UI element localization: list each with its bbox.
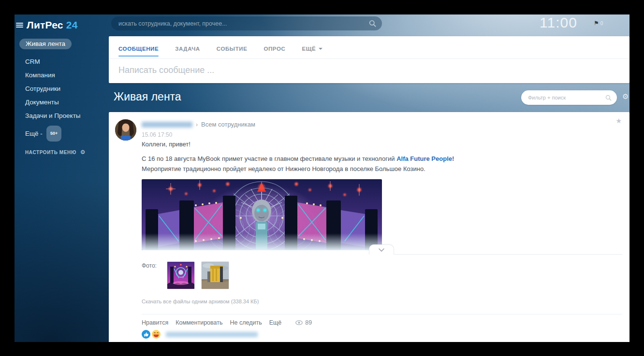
chevron-down-icon xyxy=(319,48,322,50)
photos-label: Фото: xyxy=(142,261,157,289)
composer-tabs: СООБЩЕНИЕ ЗАДАЧА СОБЫТИЕ ОПРОС ЕЩЁ xyxy=(109,36,629,59)
post-actions: Нравится Комментировать Не следить Ещё 8… xyxy=(142,319,312,326)
sidebar-more-label: Ещё - xyxy=(25,127,43,141)
composer-card: СООБЩЕНИЕ ЗАДАЧА СОБЫТИЕ ОПРОС ЕЩЁ Напис… xyxy=(109,36,629,83)
screen-frame: ЛитРес 24 Живая лента CRM Компания Сотру… xyxy=(0,0,644,356)
photo-thumbnail-building[interactable] xyxy=(201,261,229,289)
sidebar-item-live-feed[interactable]: Живая лента xyxy=(19,39,72,49)
post-body-text-before: С 16 по 18 августа MyBook примет участие… xyxy=(142,155,396,162)
sidebar-menu: CRM Компания Сотрудники Документы Задачи… xyxy=(15,55,109,142)
more-count-badge: 50+ xyxy=(46,126,61,142)
photo-attachments: Фото: xyxy=(142,261,235,289)
tab-more[interactable]: ЕЩЁ xyxy=(302,39,322,58)
global-search-input[interactable] xyxy=(111,20,369,27)
breadcrumb-arrow: › xyxy=(196,121,198,128)
collapse-post-button[interactable] xyxy=(369,244,394,255)
view-count: 89 xyxy=(305,319,312,326)
feed-filter-input[interactable] xyxy=(521,95,605,100)
sidebar-item-more[interactable]: Ещё - 50+ xyxy=(15,126,109,142)
sidebar-item-employees[interactable]: Сотрудники xyxy=(15,82,109,96)
author-name-blurred[interactable] xyxy=(142,122,192,128)
post-expander xyxy=(369,244,622,255)
divider xyxy=(394,254,622,255)
search-icon[interactable] xyxy=(369,20,376,27)
tab-more-label: ЕЩЁ xyxy=(302,46,316,52)
tab-task[interactable]: ЗАДАЧА xyxy=(175,39,200,58)
feed-header: Живая лента ⚙ xyxy=(109,87,629,110)
notifications-flag[interactable]: ⚑ 0 xyxy=(594,20,603,27)
sidebar: ЛитРес 24 Живая лента CRM Компания Сотру… xyxy=(15,14,109,342)
global-search[interactable] xyxy=(111,16,382,30)
tab-message[interactable]: СООБЩЕНИЕ xyxy=(118,39,159,58)
hamburger-menu-icon[interactable] xyxy=(16,22,23,28)
logo-brand: ЛитРес xyxy=(27,19,63,30)
post-body-text-after: Мероприятие традиционно пройдет недалеко… xyxy=(142,165,425,172)
favorite-star-icon[interactable]: ★ xyxy=(615,117,622,125)
filter-search-icon[interactable] xyxy=(605,95,612,101)
gear-icon: ⚙ xyxy=(80,149,86,156)
like-reaction-icon[interactable] xyxy=(142,330,150,339)
feed-post: ★ › Всем сотрудникам 15.06 17:50 xyxy=(109,112,629,342)
like-button[interactable]: Нравится xyxy=(142,319,168,326)
feed-settings-gear-icon[interactable]: ⚙ xyxy=(622,92,629,101)
post-body: С 16 по 18 августа MyBook примет участие… xyxy=(142,154,483,174)
photo-thumbnail-stage[interactable] xyxy=(167,261,195,289)
comment-button[interactable]: Комментировать xyxy=(176,319,222,326)
tab-poll[interactable]: ОПРОС xyxy=(263,39,285,58)
clock[interactable]: 11:00 xyxy=(540,14,577,31)
author-avatar[interactable] xyxy=(115,119,136,141)
chevron-down-icon xyxy=(379,248,384,252)
more-actions-button[interactable]: Ещё xyxy=(269,319,282,326)
view-counter: 89 xyxy=(295,319,312,326)
download-archive-link[interactable]: Скачать все файлы одним архивом (338.34 … xyxy=(142,299,259,304)
sidebar-item-crm[interactable]: CRM xyxy=(15,55,109,69)
post-recipient[interactable]: Всем сотрудникам xyxy=(201,121,255,128)
laugh-reaction-icon[interactable] xyxy=(152,330,161,339)
configure-menu-label: НАСТРОИТЬ МЕНЮ xyxy=(25,150,76,155)
sidebar-item-tasks-projects[interactable]: Задачи и Проекты xyxy=(15,109,109,123)
post-greeting: Коллеги, привет! xyxy=(142,141,190,148)
sidebar-nav: Живая лента CRM Компания Сотрудники Доку… xyxy=(15,39,109,142)
feed-filter-search[interactable] xyxy=(521,90,617,105)
post-timestamp[interactable]: 15.06 17:50 xyxy=(142,131,172,138)
configure-menu-button[interactable]: НАСТРОИТЬ МЕНЮ ⚙ xyxy=(25,149,86,156)
app-logo[interactable]: ЛитРес 24 xyxy=(27,19,78,31)
reactions-row xyxy=(142,330,258,339)
flag-icon: ⚑ xyxy=(594,20,599,27)
notification-count: 0 xyxy=(600,21,603,26)
eye-icon xyxy=(295,320,303,325)
post-header: › Всем сотрудникам xyxy=(142,121,255,128)
alfa-future-people-link[interactable]: Alfa Future People! xyxy=(396,155,454,162)
tab-event[interactable]: СОБЫТИЕ xyxy=(217,39,248,58)
divider xyxy=(142,314,622,314)
page-title: Живая лента xyxy=(114,90,181,103)
message-composer-input[interactable]: Написать сообщение ... xyxy=(109,59,629,82)
app-window: ЛитРес 24 Живая лента CRM Компания Сотру… xyxy=(15,14,629,342)
logo-suffix: 24 xyxy=(66,19,78,30)
avatar-image xyxy=(115,119,136,141)
sidebar-item-documents[interactable]: Документы xyxy=(15,96,109,109)
logo-row: ЛитРес 24 xyxy=(16,19,78,31)
festival-stage-image[interactable] xyxy=(142,179,382,250)
reactors-names-blurred[interactable] xyxy=(166,332,258,337)
sidebar-item-company[interactable]: Компания xyxy=(15,69,109,82)
unfollow-button[interactable]: Не следить xyxy=(230,319,262,326)
